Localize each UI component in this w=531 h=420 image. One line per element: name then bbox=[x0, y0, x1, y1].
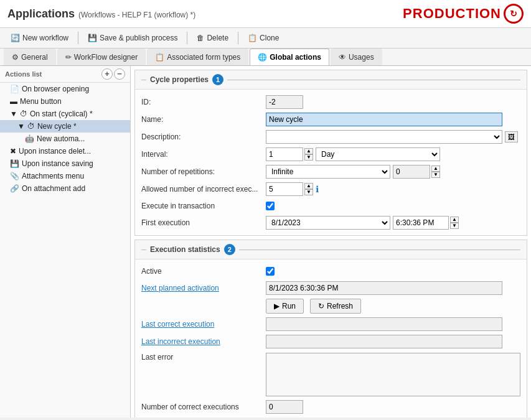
name-input[interactable] bbox=[266, 113, 502, 126]
remove-action-button[interactable]: − bbox=[114, 68, 125, 80]
first-exec-value-wrap: 8/1/2023 ▲ ▼ bbox=[266, 216, 520, 230]
tab-workflow-designer[interactable]: ✏ WorkFlow designer bbox=[57, 49, 146, 65]
cycle-properties-section: Cycle properties 1 ID: Name: bbox=[134, 70, 527, 236]
add-action-button[interactable]: + bbox=[101, 68, 113, 80]
name-value-wrap bbox=[266, 113, 520, 126]
last-incorrect-value-wrap bbox=[266, 335, 520, 348]
save-publish-button[interactable]: 💾 Save & publish process bbox=[82, 30, 183, 45]
id-label: ID: bbox=[141, 98, 266, 106]
section-num-2: 2 bbox=[224, 244, 235, 255]
allowed-value-wrap: ▲ ▼ ℹ bbox=[266, 182, 520, 196]
refresh-icon: ↻ bbox=[318, 302, 324, 310]
execute-checkbox[interactable] bbox=[266, 202, 275, 210]
list-item[interactable]: 💾 Upon instance saving bbox=[0, 157, 130, 170]
allowed-input[interactable] bbox=[266, 182, 303, 196]
list-item[interactable]: 🤖 New automa... bbox=[0, 133, 130, 145]
tabs-row: ⚙ General ✏ WorkFlow designer 📋 Associat… bbox=[0, 49, 531, 66]
list-item[interactable]: ▬ Menu button bbox=[0, 95, 130, 108]
tab-usages[interactable]: 👁 Usages bbox=[331, 49, 382, 65]
interval-unit-select[interactable]: Day Hour Minute bbox=[316, 147, 440, 161]
title-bar: Applications (Workflows - HELP F1 (workf… bbox=[0, 0, 531, 28]
separator3 bbox=[238, 32, 238, 44]
expand-icon: ▼ bbox=[10, 110, 17, 118]
clone-button[interactable]: 📋 Clone bbox=[242, 30, 284, 45]
rep-up-button[interactable]: ▲ bbox=[431, 166, 440, 172]
last-correct-label: Last correct execution bbox=[141, 320, 266, 329]
last-error-row: Last error bbox=[141, 350, 520, 398]
num-correct-input bbox=[266, 400, 303, 414]
execution-statistics-section: Execution statistics 2 Active Next plann… bbox=[134, 240, 527, 418]
list-item[interactable]: ▼ ⏱ On start (cyclical) * bbox=[0, 108, 130, 120]
clock-icon: ⏱ bbox=[20, 110, 27, 118]
first-exec-time-input[interactable] bbox=[393, 216, 449, 230]
camera-button[interactable]: 🖼 bbox=[505, 131, 518, 142]
run-button[interactable]: ▶ Run bbox=[266, 299, 304, 314]
num-incorrect-row: Number of incorrect executions bbox=[141, 416, 520, 418]
list-item[interactable]: 📎 Attachments menu bbox=[0, 170, 130, 182]
repetitions-row: Number of repetitions: Infinite Fixed ▲ … bbox=[141, 163, 520, 180]
tab-general[interactable]: ⚙ General bbox=[4, 49, 56, 65]
name-row: Name: bbox=[141, 111, 520, 128]
repetitions-select[interactable]: Infinite Fixed bbox=[266, 165, 390, 179]
last-correct-value-wrap bbox=[266, 317, 520, 331]
next-planned-row: Next planned activation bbox=[141, 279, 520, 297]
tab-global-actions[interactable]: 🌐 Global actions bbox=[250, 49, 329, 65]
new-workflow-button[interactable]: 🔄 New workflow bbox=[5, 30, 74, 45]
active-checkbox[interactable] bbox=[266, 267, 275, 276]
run-refresh-buttons: ▶ Run ↻ Refresh bbox=[266, 299, 520, 314]
last-error-textarea[interactable] bbox=[266, 353, 520, 396]
delete-button[interactable]: 🗑 Delete bbox=[191, 30, 234, 45]
production-badge: PRODUCTION ↻ bbox=[403, 4, 524, 24]
allowed-down-button[interactable]: ▼ bbox=[304, 189, 313, 195]
description-row: Description: 🖼 bbox=[141, 128, 520, 146]
id-input[interactable] bbox=[266, 95, 303, 109]
time-down-button[interactable]: ▼ bbox=[450, 223, 459, 229]
allowed-label: Allowed number of incorrect exec... bbox=[141, 185, 266, 194]
execute-value-wrap bbox=[266, 202, 520, 210]
execution-stats-label: Execution statistics bbox=[150, 245, 220, 254]
stats-line-left bbox=[141, 250, 146, 250]
interval-value-wrap: ▲ ▼ Day Hour Minute bbox=[266, 147, 520, 161]
next-planned-label: Next planned activation bbox=[141, 284, 266, 292]
refresh-button[interactable]: ↻ Refresh bbox=[310, 299, 361, 314]
id-row: ID: bbox=[141, 93, 520, 111]
run-icon: ▶ bbox=[274, 302, 280, 310]
time-up-button[interactable]: ▲ bbox=[450, 217, 459, 223]
list-item[interactable]: ▼ ⏱ New cycle * bbox=[0, 120, 130, 133]
workflow-icon: ✏ bbox=[65, 53, 72, 62]
list-item[interactable]: ✖ Upon instance delet... bbox=[0, 145, 130, 157]
allowed-info-icon[interactable]: ℹ bbox=[316, 184, 319, 194]
actions-panel-title: Actions list bbox=[5, 70, 42, 78]
tab-associated-types[interactable]: 📋 Associated form types bbox=[147, 49, 248, 65]
repetitions-input[interactable] bbox=[393, 165, 430, 179]
last-correct-input bbox=[266, 317, 502, 331]
rep-down-button[interactable]: ▼ bbox=[431, 172, 440, 178]
toolbar: 🔄 New workflow 💾 Save & publish process … bbox=[0, 28, 531, 49]
interval-spinner: ▲ ▼ bbox=[266, 147, 313, 161]
active-value-wrap bbox=[266, 267, 520, 276]
execute-transaction-row: Execute in transaction bbox=[141, 198, 520, 214]
first-exec-date-select[interactable]: 8/1/2023 bbox=[266, 216, 390, 230]
allowed-up-button[interactable]: ▲ bbox=[304, 183, 313, 189]
list-item[interactable]: 🔗 On attachment add bbox=[0, 182, 130, 195]
interval-up-button[interactable]: ▲ bbox=[304, 148, 313, 154]
allowed-spinner: ▲ ▼ bbox=[266, 182, 313, 196]
execute-label: Execute in transaction bbox=[141, 202, 266, 210]
active-row: Active bbox=[141, 263, 520, 279]
last-incorrect-input bbox=[266, 335, 502, 348]
interval-input[interactable] bbox=[266, 147, 303, 161]
main-content: Actions list + − 📄 On browser opening ▬ … bbox=[0, 66, 531, 418]
repetitions-label: Number of repetitions: bbox=[141, 167, 266, 176]
add-remove-buttons: + − bbox=[101, 68, 125, 80]
repetitions-spin-btns: ▲ ▼ bbox=[431, 166, 440, 178]
description-label: Description: bbox=[141, 133, 266, 141]
auto-icon: 🤖 bbox=[25, 134, 34, 143]
description-select[interactable] bbox=[266, 130, 502, 144]
attach-add-icon: 🔗 bbox=[10, 184, 19, 193]
first-exec-time-spinner: ▲ ▼ bbox=[393, 216, 459, 230]
interval-down-button[interactable]: ▼ bbox=[304, 154, 313, 161]
production-icon: ↻ bbox=[504, 4, 524, 24]
list-item[interactable]: 📄 On browser opening bbox=[0, 83, 130, 95]
cycle-properties-form: ID: Name: Description: bbox=[135, 90, 527, 235]
cycle-properties-header: Cycle properties 1 bbox=[135, 70, 527, 90]
